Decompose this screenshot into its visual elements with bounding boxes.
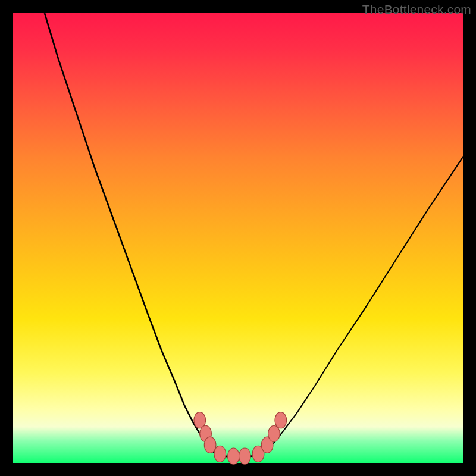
curve-right-branch (261, 157, 463, 454)
valley-marker (214, 446, 226, 462)
curve-left-branch (45, 13, 215, 454)
valley-marker-group (194, 412, 287, 465)
valley-marker (275, 412, 287, 428)
valley-marker (239, 448, 251, 464)
valley-marker (204, 437, 216, 453)
chart-frame: TheBottleneck.com (0, 0, 476, 476)
valley-marker (228, 448, 240, 464)
valley-marker (268, 425, 280, 441)
bottleneck-curve (13, 13, 463, 463)
